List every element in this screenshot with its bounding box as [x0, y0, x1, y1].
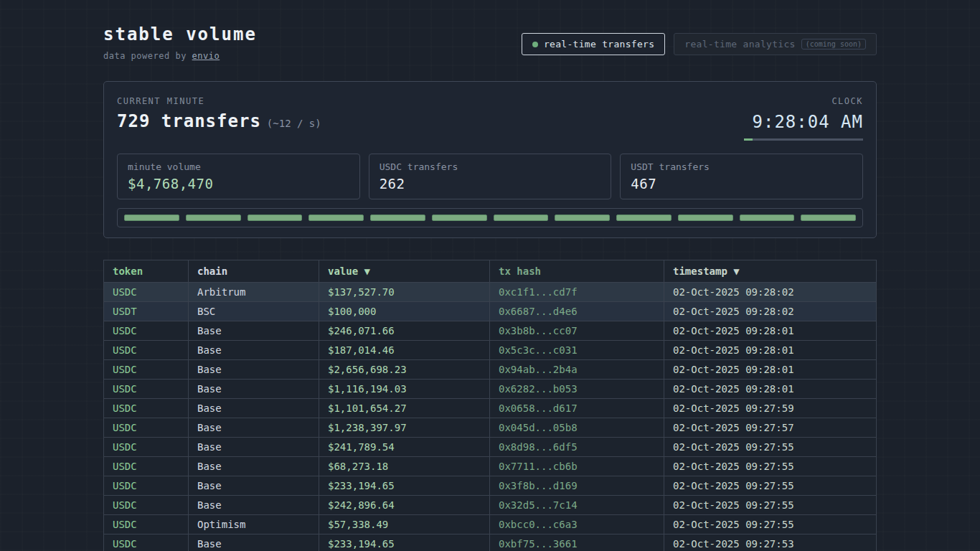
stat-minute-volume: minute volume $4,768,470	[117, 154, 360, 199]
table-row: USDCBase$187,014.460x5c3c...c03102-Oct-2…	[104, 341, 877, 360]
cell-timestamp: 02-Oct-2025 09:27:55	[664, 438, 877, 457]
cell-value: $57,338.49	[319, 515, 490, 534]
cell-chain: Base	[189, 457, 319, 476]
stat-usdc-transfers: USDC transfers 262	[369, 154, 612, 199]
cell-hash[interactable]: 0x7711...cb6b	[490, 457, 664, 476]
cell-hash[interactable]: 0x6687...d4e6	[490, 302, 664, 321]
stat-label: USDT transfers	[631, 161, 852, 172]
coming-soon-badge: (coming soon)	[801, 39, 866, 50]
current-minute-panel: CURRENT MINUTE 729 transfers(~12 / s) CL…	[103, 81, 877, 238]
cell-timestamp: 02-Oct-2025 09:27:53	[664, 534, 877, 551]
cell-token: USDC	[104, 438, 189, 457]
cell-chain: Base	[189, 380, 319, 399]
cell-token: USDC	[104, 399, 189, 418]
table-row: USDCArbitrum$137,527.700xc1f1...cd7f02-O…	[104, 283, 877, 302]
table-row: USDCBase$68,273.180x7711...cb6b02-Oct-20…	[104, 457, 877, 476]
transfer-rate: (~12 / s)	[267, 118, 321, 129]
cell-token: USDT	[104, 302, 189, 321]
cell-hash[interactable]: 0x6282...b053	[490, 380, 664, 399]
cell-timestamp: 02-Oct-2025 09:28:01	[664, 380, 877, 399]
cell-hash[interactable]: 0x3f8b...d169	[490, 476, 664, 496]
minute-segment	[555, 215, 610, 221]
stat-label: USDC transfers	[380, 161, 601, 172]
cell-hash[interactable]: 0x94ab...2b4a	[490, 360, 664, 380]
table-row: USDCBase$242,896.640x32d5...7c1402-Oct-2…	[104, 496, 877, 515]
cell-timestamp: 02-Oct-2025 09:28:01	[664, 341, 877, 360]
cell-value: $1,116,194.03	[319, 380, 490, 399]
envio-link[interactable]: envio	[192, 51, 220, 61]
cell-timestamp: 02-Oct-2025 09:27:55	[664, 515, 877, 534]
cell-timestamp: 02-Oct-2025 09:27:55	[664, 496, 877, 515]
cell-token: USDC	[104, 418, 189, 438]
cell-timestamp: 02-Oct-2025 09:28:01	[664, 321, 877, 341]
cell-chain: Base	[189, 496, 319, 515]
tx-table-body: USDCArbitrum$137,527.700xc1f1...cd7f02-O…	[104, 283, 877, 551]
cell-chain: Optimism	[189, 515, 319, 534]
minute-segment	[186, 215, 241, 221]
cell-timestamp: 02-Oct-2025 09:28:02	[664, 283, 877, 302]
cell-timestamp: 02-Oct-2025 09:28:01	[664, 360, 877, 380]
cell-timestamp: 02-Oct-2025 09:27:59	[664, 399, 877, 418]
table-row: USDCBase$1,238,397.970x045d...05b802-Oct…	[104, 418, 877, 438]
cell-hash[interactable]: 0x0658...d617	[490, 399, 664, 418]
table-row: USDCBase$1,116,194.030x6282...b05302-Oct…	[104, 380, 877, 399]
cell-hash[interactable]: 0xbcc0...c6a3	[490, 515, 664, 534]
header-token: token	[104, 260, 189, 283]
cell-token: USDC	[104, 496, 189, 515]
table-row: USDCBase$246,071.660x3b8b...cc0702-Oct-2…	[104, 321, 877, 341]
clock-time: 9:28:04 AM	[744, 112, 863, 132]
cell-hash[interactable]: 0x3b8b...cc07	[490, 321, 664, 341]
minute-segments	[117, 208, 863, 227]
cell-token: USDC	[104, 283, 189, 302]
stat-value: 467	[631, 176, 852, 192]
cell-hash[interactable]: 0x8d98...6df5	[490, 438, 664, 457]
cell-value: $233,194.65	[319, 534, 490, 551]
cell-chain: BSC	[189, 302, 319, 321]
header: stable volume data powered by envio real…	[103, 24, 877, 61]
cell-chain: Arbitrum	[189, 283, 319, 302]
table-row: USDCOptimism$57,338.490xbcc0...c6a302-Oc…	[104, 515, 877, 534]
cell-value: $1,238,397.97	[319, 418, 490, 438]
table-row: USDTBSC$100,0000x6687...d4e602-Oct-2025 …	[104, 302, 877, 321]
cell-timestamp: 02-Oct-2025 09:27:55	[664, 476, 877, 496]
minute-segment	[616, 215, 672, 221]
table-row: USDCBase$241,789.540x8d98...6df502-Oct-2…	[104, 438, 877, 457]
header-value-sort[interactable]: value ▼	[319, 260, 490, 283]
header-timestamp-sort[interactable]: timestamp ▼	[664, 260, 877, 283]
tab-real-time-transfers[interactable]: real-time transfers	[522, 33, 665, 55]
live-dot-icon	[532, 42, 538, 47]
tab-label: real-time analytics	[684, 39, 795, 50]
transfer-count-value: 729 transfers	[117, 111, 261, 131]
cell-hash[interactable]: 0x32d5...7c14	[490, 496, 664, 515]
table-row: USDCBase$233,194.650x3f8b...d16902-Oct-2…	[104, 476, 877, 496]
table-header: token chain value ▼ tx hash timestamp ▼	[104, 260, 877, 283]
minute-segment	[370, 215, 425, 221]
minute-segment	[308, 215, 364, 221]
minute-segment	[494, 215, 549, 221]
cell-hash[interactable]: 0x5c3c...c031	[490, 341, 664, 360]
minute-segment	[801, 215, 856, 221]
cell-chain: Base	[189, 418, 319, 438]
stat-value: $4,768,470	[128, 176, 349, 192]
cell-value: $242,896.64	[319, 496, 490, 515]
cell-hash[interactable]: 0xbf75...3661	[490, 534, 664, 551]
tab-bar: real-time transfers real-time analytics …	[522, 33, 877, 55]
tab-real-time-analytics[interactable]: real-time analytics (coming soon)	[674, 33, 877, 55]
subtitle: data powered by envio	[103, 51, 257, 61]
current-minute-label: CURRENT MINUTE	[117, 96, 321, 106]
cell-token: USDC	[104, 360, 189, 380]
stat-usdt-transfers: USDT transfers 467	[620, 154, 863, 199]
stat-value: 262	[380, 176, 601, 192]
cell-token: USDC	[104, 457, 189, 476]
cell-token: USDC	[104, 476, 189, 496]
cell-timestamp: 02-Oct-2025 09:27:57	[664, 418, 877, 438]
panel-top: CURRENT MINUTE 729 transfers(~12 / s) CL…	[117, 96, 863, 141]
cell-value: $2,656,698.23	[319, 360, 490, 380]
clock-progress-track	[744, 138, 863, 141]
clock-block: CLOCK 9:28:04 AM	[744, 96, 863, 141]
cell-hash[interactable]: 0x045d...05b8	[490, 418, 664, 438]
cell-chain: Base	[189, 534, 319, 551]
cell-hash[interactable]: 0xc1f1...cd7f	[490, 283, 664, 302]
cell-token: USDC	[104, 321, 189, 341]
cell-value: $246,071.66	[319, 321, 490, 341]
